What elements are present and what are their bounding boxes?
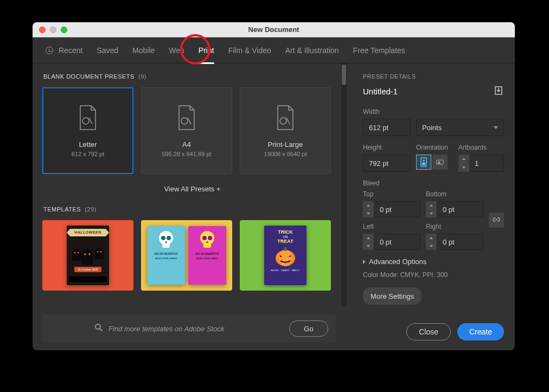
bleed-bottom-input[interactable]: 0 pt — [437, 201, 483, 217]
create-button[interactable]: Create — [457, 323, 504, 340]
svg-point-0 — [82, 118, 89, 124]
document-icon — [176, 105, 197, 131]
bleed-bottom-stepper[interactable] — [426, 201, 437, 217]
svg-point-10 — [208, 236, 212, 240]
height-input[interactable]: 792 pt — [363, 155, 411, 172]
bleed-right-input[interactable]: 0 pt — [437, 234, 483, 250]
tab-print[interactable]: Print — [199, 44, 214, 57]
heading-text: BLANK DOCUMENT PRESETS — [43, 73, 135, 80]
tab-web[interactable]: Web — [169, 44, 184, 57]
orientation-label: Orientation — [416, 144, 453, 151]
presets-heading: BLANK DOCUMENT PRESETS (9) — [43, 73, 342, 80]
search-input[interactable]: Find more templates on Adobe Stock — [108, 325, 289, 333]
orientation-landscape-button[interactable] — [432, 155, 448, 170]
artboards-input[interactable]: 1 — [469, 155, 504, 172]
tab-label: Recent — [59, 46, 82, 55]
width-label: Width — [363, 108, 504, 115]
svg-line-15 — [100, 329, 102, 331]
bleed-right-stepper[interactable] — [426, 234, 437, 250]
pumpkin-icon — [274, 247, 296, 267]
bleed-left-label: Left — [363, 223, 420, 230]
document-name-input[interactable]: Untitled-1 — [363, 87, 398, 97]
bleed-left-input[interactable]: 0 pt — [374, 234, 420, 250]
bleed-top-input[interactable]: 0 pt — [374, 201, 420, 217]
count-text: (29) — [85, 206, 97, 213]
svg-rect-8 — [203, 242, 211, 248]
svg-point-9 — [202, 236, 207, 240]
scroll-thumb[interactable] — [342, 65, 346, 85]
panel-heading: PRESET DETAILS — [363, 73, 504, 80]
title-text: TREAT — [267, 239, 303, 244]
preset-name: A4 — [182, 140, 191, 149]
preset-name: Print-Large — [268, 140, 303, 149]
bleed-label: Bleed — [363, 179, 504, 187]
scrollbar[interactable] — [341, 63, 347, 306]
bleed-top-stepper[interactable] — [363, 201, 374, 217]
units-select[interactable]: Points — [416, 119, 504, 136]
tab-recent[interactable]: Recent — [46, 44, 82, 57]
tab-free-templates[interactable]: Free Templates — [353, 44, 405, 57]
chevron-right-icon — [363, 260, 366, 264]
svg-point-17 — [423, 159, 425, 162]
color-mode-line: Color Mode: CMYK, PPI: 300 — [363, 271, 504, 279]
preset-details-panel: PRESET DETAILS Untitled-1 Width 612 pt P… — [352, 63, 515, 350]
svg-point-1 — [181, 118, 188, 124]
window-zoom-button[interactable] — [61, 27, 67, 33]
template-trick-or-treat[interactable]: TRICK OR TREAT MUSIC · CANDY · PARTY — [240, 220, 331, 291]
tab-film-video[interactable]: Film & Video — [228, 44, 271, 57]
svg-point-5 — [161, 236, 165, 240]
window-minimize-button[interactable] — [50, 27, 56, 33]
preset-name: Letter — [79, 140, 97, 149]
preset-dimensions: 19008 x 8640 pt — [264, 151, 307, 157]
poster-thumbnail: DIA DE MUERTOS MUSIC | FOOD | DANCE DIA … — [147, 226, 226, 285]
tab-art-illustration[interactable]: Art & Illustration — [285, 44, 339, 57]
bleed-top-label: Top — [363, 190, 420, 198]
orientation-portrait-button[interactable] — [416, 155, 431, 170]
left-panel: BLANK DOCUMENT PRESETS (9) Letter 612 x … — [33, 63, 352, 350]
sub-text: MUSIC · CANDY · PARTY — [267, 269, 303, 272]
preset-dimensions: 612 x 792 pt — [72, 151, 105, 157]
artboards-label: Artboards — [458, 144, 504, 151]
ghost-icon — [72, 249, 81, 261]
skull-icon — [157, 230, 175, 250]
window-close-button[interactable] — [39, 27, 46, 33]
save-preset-icon[interactable] — [493, 85, 504, 98]
window-title: New Document — [33, 25, 515, 34]
height-label: Height — [363, 144, 411, 151]
date-text: 31 October 2020 — [74, 267, 101, 272]
width-input[interactable]: 612 pt — [363, 119, 411, 136]
template-halloween[interactable]: HALLOWEEN 31 October 2020 — [42, 220, 133, 291]
close-button[interactable]: Close — [406, 323, 451, 340]
poster-thumbnail: TRICK OR TREAT MUSIC · CANDY · PARTY — [264, 226, 307, 285]
template-dia-de-muertos[interactable]: DIA DE MUERTOS MUSIC | FOOD | DANCE DIA … — [141, 220, 232, 291]
advanced-options-toggle[interactable]: Advanced Options — [363, 258, 504, 266]
preset-print-large[interactable]: Print-Large 19008 x 8640 pt — [240, 87, 331, 174]
search-icon — [94, 323, 103, 334]
link-bleed-button[interactable] — [489, 213, 504, 228]
count-text: (9) — [138, 73, 146, 80]
templates-heading: TEMPLATES (29) — [43, 206, 342, 213]
svg-point-2 — [280, 118, 286, 124]
new-document-window: New Document Recent Saved Mobile Web Pri… — [33, 22, 515, 350]
view-all-presets-link[interactable]: View All Presets + — [42, 185, 342, 193]
go-button[interactable]: Go — [289, 320, 328, 337]
artboards-stepper[interactable] — [458, 155, 469, 172]
heading-text: TEMPLATES — [43, 206, 81, 213]
poster-thumbnail: HALLOWEEN 31 October 2020 — [67, 226, 109, 285]
titlebar: New Document — [33, 22, 515, 37]
svg-rect-13 — [284, 247, 286, 251]
ghost-icon — [95, 248, 103, 259]
more-settings-button[interactable]: More Settings — [363, 287, 422, 305]
skull-icon — [199, 230, 216, 250]
chevron-down-icon — [494, 126, 498, 129]
tab-saved[interactable]: Saved — [97, 44, 118, 57]
preset-a4[interactable]: A4 595.28 x 841.89 pt — [141, 87, 232, 174]
document-icon — [77, 105, 99, 131]
sub-text: MUSIC | FOOD | DANCE — [190, 258, 224, 260]
bleed-right-label: Right — [426, 223, 483, 230]
bleed-left-stepper[interactable] — [363, 234, 374, 250]
preset-letter[interactable]: Letter 612 x 792 pt — [42, 87, 133, 174]
caption-text: DIA DE MUERTOS — [190, 252, 224, 256]
sub-text: MUSIC | FOOD | DANCE — [149, 258, 183, 260]
tab-mobile[interactable]: Mobile — [132, 44, 155, 57]
